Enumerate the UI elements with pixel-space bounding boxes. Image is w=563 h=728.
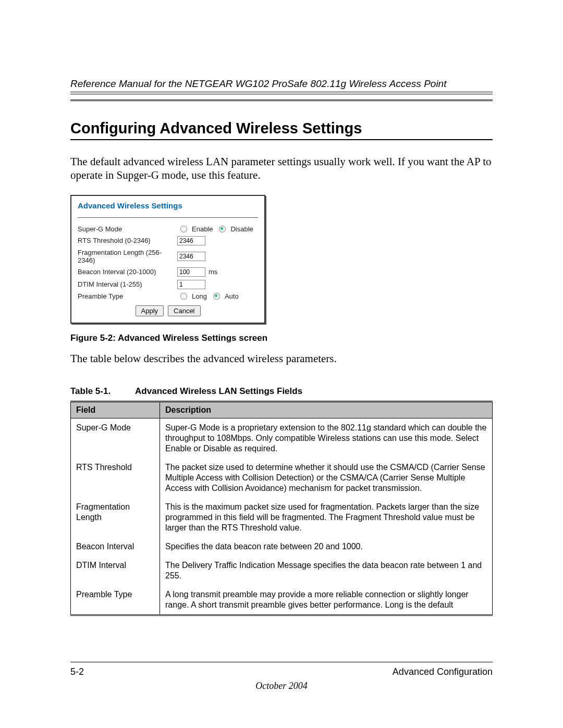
- table-caption: Table 5-1. Advanced Wireless LAN Setting…: [70, 386, 493, 397]
- label-dtim: DTIM Interval (1-255): [78, 280, 174, 288]
- figure-caption: Figure 5-2: Advanced Wireless Settings s…: [70, 333, 493, 343]
- footer-date: October 2004: [70, 681, 493, 692]
- cancel-button[interactable]: Cancel: [168, 305, 200, 316]
- radio-super-g-enable[interactable]: [180, 226, 187, 232]
- label-beacon: Beacon Interval (20-1000): [78, 268, 174, 276]
- cell-field: Fragmentation Length: [71, 498, 160, 537]
- footer-chapter: Advanced Configuration: [393, 667, 493, 677]
- cell-field: Beacon Interval: [71, 537, 160, 556]
- th-description: Description: [160, 401, 493, 418]
- radio-label-disable: Disable: [230, 225, 253, 233]
- settings-fields-table: Field Description Super-G ModeSuper-G Mo…: [70, 401, 493, 616]
- radio-preamble-long[interactable]: [180, 293, 187, 300]
- cell-field: Preamble Type: [71, 585, 160, 615]
- after-figure-paragraph: The table below describes the advanced w…: [70, 352, 493, 365]
- label-preamble: Preamble Type: [78, 292, 174, 300]
- row-rts-threshold: RTS Threshold (0-2346): [78, 236, 258, 245]
- radio-label-auto: Auto: [225, 292, 239, 300]
- unit-ms: ms: [209, 268, 217, 276]
- table-row: Fragmentation LengthThis is the maximum …: [71, 498, 493, 537]
- row-fragmentation-length: Fragmentation Length (256-2346): [78, 249, 258, 264]
- radio-label-enable: Enable: [192, 225, 213, 233]
- input-rts-threshold[interactable]: [177, 236, 205, 245]
- table-row: Preamble TypeA long transmit preamble ma…: [71, 585, 493, 615]
- cell-field: RTS Threshold: [71, 458, 160, 498]
- label-rts: RTS Threshold (0-2346): [78, 237, 174, 244]
- input-dtim-interval[interactable]: [177, 280, 205, 289]
- table-caption-title: Advanced Wireless LAN Settings Fields: [135, 386, 302, 396]
- table-row: Super-G ModeSuper-G Mode is a proprietar…: [71, 418, 493, 458]
- table-row: RTS ThresholdThe packet size used to det…: [71, 458, 493, 498]
- row-super-g-mode: Super-G Mode Enable Disable: [78, 225, 258, 233]
- panel-title: Advanced Wireless Settings: [78, 201, 258, 215]
- radio-preamble-auto[interactable]: [213, 293, 220, 300]
- row-preamble-type: Preamble Type Long Auto: [78, 292, 258, 300]
- input-fragmentation-length[interactable]: [177, 252, 205, 261]
- cell-field: Super-G Mode: [71, 418, 160, 458]
- apply-button[interactable]: Apply: [136, 305, 164, 316]
- cell-description: Super-G Mode is a proprietary extension …: [160, 418, 493, 458]
- cell-description: The packet size used to determine whethe…: [160, 458, 493, 498]
- table-row: DTIM IntervalThe Delivery Traffic Indica…: [71, 556, 493, 585]
- label-frag: Fragmentation Length (256-2346): [78, 249, 174, 264]
- row-dtim-interval: DTIM Interval (1-255): [78, 280, 258, 289]
- section-title: Configuring Advanced Wireless Settings: [70, 120, 493, 137]
- cell-description: The Delivery Traffic Indication Message …: [160, 556, 493, 585]
- cell-description: This is the maximum packet size used for…: [160, 498, 493, 537]
- advanced-wireless-settings-panel: Advanced Wireless Settings Super-G Mode …: [70, 195, 265, 324]
- radio-super-g-disable[interactable]: [219, 226, 226, 232]
- cell-description: A long transmit preamble may provide a m…: [160, 585, 493, 615]
- table-caption-number: Table 5-1.: [70, 386, 133, 397]
- intro-paragraph: The default advanced wireless LAN parame…: [70, 155, 493, 182]
- running-header-text: Reference Manual for the NETGEAR WG102 P…: [70, 78, 446, 89]
- cell-description: Specifies the data beacon rate between 2…: [160, 537, 493, 556]
- input-beacon-interval[interactable]: [177, 267, 205, 277]
- cell-field: DTIM Interval: [71, 556, 160, 585]
- table-row: Beacon IntervalSpecifies the data beacon…: [71, 537, 493, 556]
- footer-page-number: 5-2: [70, 667, 84, 677]
- running-header: Reference Manual for the NETGEAR WG102 P…: [70, 78, 493, 101]
- label-super-g: Super-G Mode: [78, 225, 174, 233]
- radio-label-long: Long: [192, 292, 207, 300]
- page-footer: 5-2 Advanced Configuration October 2004: [70, 662, 493, 692]
- row-beacon-interval: Beacon Interval (20-1000) ms: [78, 267, 258, 277]
- th-field: Field: [71, 401, 160, 418]
